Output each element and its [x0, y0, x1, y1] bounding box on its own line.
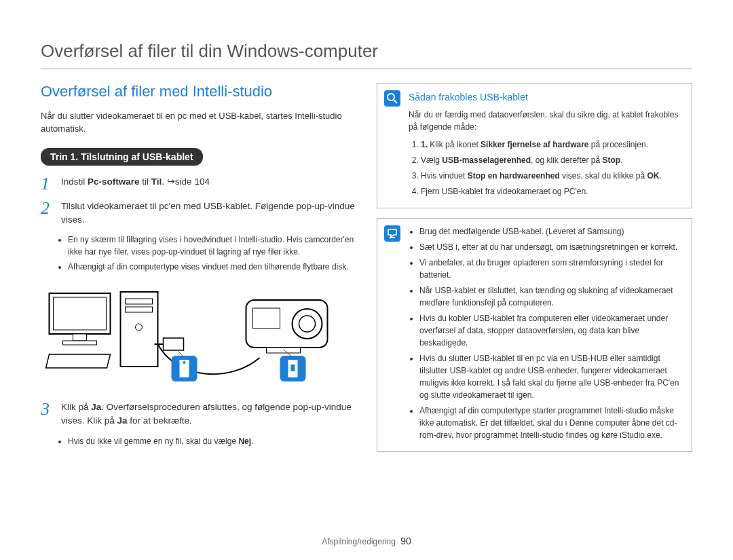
step-label: Trin 1. Tilslutning af USB-kablet: [41, 148, 203, 166]
tip-item: Sæt USB i, efter at du har undersøgt, om…: [419, 241, 682, 253]
bold: Ja: [91, 402, 101, 412]
step-body: Tilslut videokameraet til pc'en med USB-…: [61, 200, 356, 227]
step-3: 3 Klik på Ja. Overførselsproceduren afsl…: [41, 400, 356, 428]
svg-rect-23: [384, 90, 400, 107]
step-number: 2: [41, 200, 54, 227]
text: til: [140, 176, 151, 187]
step-number: 3: [41, 400, 54, 428]
step-2: 2 Tilslut videokameraet til pc'en med US…: [41, 200, 356, 227]
note-box-disconnect: Sådan frakobles USB-kablet Når du er fær…: [377, 83, 692, 208]
svg-point-7: [136, 324, 143, 331]
tip-item: Vi anbefaler, at du bruger opladeren som…: [419, 257, 682, 281]
note-step: Vælg USB-masselagerenhed, og klik dereft…: [421, 154, 682, 166]
footer-section: Afspilning/redigering: [322, 537, 396, 546]
text: .: [162, 176, 167, 187]
note-icon: [384, 225, 400, 242]
bold: Ja: [117, 415, 128, 426]
step-1: 1 Indstil Pc-software til Til. ↪side 104: [41, 175, 356, 193]
text: . Overførselsproceduren afsluttes, og fø…: [61, 402, 352, 426]
svg-rect-6: [126, 307, 153, 312]
step-number: 1: [41, 175, 54, 193]
tip-item: Hvis du kobler USB-kablet fra computeren…: [419, 312, 682, 349]
svg-rect-3: [63, 341, 97, 345]
step-body: Klik på Ja. Overførselsproceduren afslut…: [61, 400, 356, 428]
step-2-bullets: En ny skærm til fillagring vises i hoved…: [41, 234, 356, 273]
bold: Pc-software: [88, 176, 140, 187]
page-ref: ↪side 104: [167, 176, 210, 187]
note-intro: Når du er færdig med dataoverførslen, sk…: [409, 109, 682, 133]
svg-rect-1: [54, 297, 107, 330]
content-columns: Overførsel af filer med Intelli-studio N…: [41, 83, 692, 462]
section-heading: Overførsel af filer med Intelli-studio: [41, 83, 356, 100]
connection-illustration: [41, 280, 356, 388]
svg-rect-20: [291, 365, 295, 371]
svg-point-15: [299, 316, 316, 332]
text: Klik på: [61, 402, 91, 412]
tip-item: Når USB-kablet er tilsluttet, kan tændin…: [419, 284, 682, 309]
svg-rect-26: [384, 225, 400, 242]
bullet-item: Hvis du ikke vil gemme en ny fil, skal d…: [68, 435, 356, 447]
svg-rect-5: [126, 299, 153, 304]
step-3-bullets: Hvis du ikke vil gemme en ny fil, skal d…: [41, 435, 356, 447]
svg-point-12: [183, 361, 186, 364]
svg-rect-16: [253, 308, 280, 329]
intro-text: Når du slutter videokameraet til en pc m…: [41, 110, 356, 136]
left-column: Overførsel af filer med Intelli-studio N…: [41, 83, 356, 462]
step-body: Indstil Pc-software til Til. ↪side 104: [61, 175, 356, 193]
bullet-item: En ny skærm til fillagring vises i hoved…: [68, 234, 356, 258]
text: Indstil: [61, 176, 88, 187]
note-tips-list: Brug det medfølgende USB-kabel. (Leveret…: [409, 225, 682, 441]
svg-rect-17: [267, 348, 301, 353]
tip-item: Brug det medfølgende USB-kabel. (Leveret…: [419, 225, 682, 238]
note-step: Fjern USB-kablet fra videokameraet og PC…: [421, 185, 682, 198]
text: for at bekræfte.: [128, 415, 192, 426]
note-steps: 1. Klik på ikonet Sikker fjernelse af ha…: [409, 138, 682, 198]
page-title: Overførsel af filer til din Windows-comp…: [41, 41, 692, 69]
page-footer: Afspilning/redigering 90: [0, 536, 733, 546]
note-step: 1. Klik på ikonet Sikker fjernelse af ha…: [421, 138, 682, 151]
bold: Til: [151, 176, 162, 187]
svg-rect-8: [164, 338, 184, 350]
text: .: [251, 436, 253, 446]
note-title: Sådan frakobles USB-kablet: [409, 90, 682, 105]
svg-rect-2: [73, 334, 87, 341]
text: Hvis du ikke vil gemme en ny fil, skal d…: [68, 436, 238, 446]
bullet-item: Afhængigt af din computertype vises vind…: [68, 261, 356, 273]
page-number: 90: [400, 536, 411, 546]
usb-connection-diagram: [41, 280, 356, 388]
right-column: Sådan frakobles USB-kablet Når du er fær…: [377, 83, 692, 462]
bold: Nej: [238, 436, 251, 446]
note-box-tips: Brug det medfølgende USB-kabel. (Leveret…: [377, 218, 692, 452]
note-step: Hvis vinduet Stop en hardwareenhed vises…: [421, 170, 682, 182]
tip-item: Afhængigt af din computertype starter pr…: [419, 405, 682, 441]
magnifier-icon: [384, 90, 400, 107]
tip-item: Hvis du slutter USB-kablet til en pc via…: [419, 352, 682, 401]
